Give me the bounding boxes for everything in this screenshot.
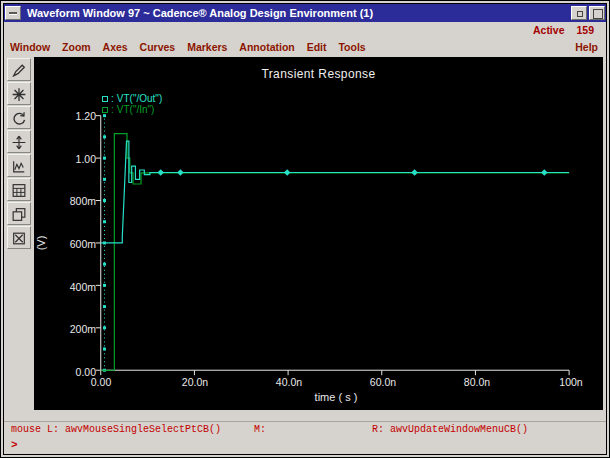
menu-curves[interactable]: Curves	[140, 39, 176, 55]
y-tick-label: 200m	[34, 323, 96, 335]
active-count: 159	[576, 24, 594, 36]
mouse-right-binding: R: awvUpdateWindowMenuCB()	[372, 422, 528, 437]
delete-box-tool-button[interactable]	[7, 226, 31, 249]
probe-icon	[10, 62, 28, 79]
legend-label-out: VT("/Out")	[117, 93, 162, 104]
y-tick-label: 600m	[34, 238, 96, 250]
menu-annotation[interactable]: Annotation	[239, 39, 294, 55]
maximize-button[interactable]	[589, 6, 605, 20]
waveform-window: Waveform Window 97 ~ Cadence® Analog Des…	[0, 0, 610, 458]
x-tick-label: 60.0n	[361, 376, 405, 388]
active-indicator: Active159	[533, 23, 594, 37]
menu-tools[interactable]: Tools	[338, 39, 365, 55]
menu-window[interactable]: Window	[10, 39, 50, 55]
window-menu-button[interactable]	[5, 6, 21, 20]
legend-separator: :	[111, 104, 114, 115]
x-tick-label: 40.0n	[267, 376, 311, 388]
y-tick-label: 400m	[34, 281, 96, 293]
menu-axes[interactable]: Axes	[103, 39, 128, 55]
minimize-button[interactable]	[571, 6, 587, 20]
axes-range-tool-button[interactable]	[7, 130, 31, 153]
legend-item-in[interactable]: : VT("/In")	[102, 104, 162, 115]
maximize-icon	[593, 9, 603, 19]
y-tick-label: 1.20	[34, 110, 96, 122]
strip-plot-tool-button[interactable]	[7, 154, 31, 177]
window-menu-icon	[9, 12, 17, 14]
plot-title: Transient Response	[34, 67, 603, 81]
menubar: Help Window Zoom Axes Curves Markers Ann…	[10, 39, 600, 55]
window-frame: Waveform Window 97 ~ Cadence® Analog Des…	[3, 3, 607, 455]
window-title: Waveform Window 97 ~ Cadence® Analog Des…	[22, 7, 570, 19]
redraw-tool-button[interactable]	[7, 106, 31, 129]
y-tick-label: 800m	[34, 195, 96, 207]
menu-zoom[interactable]: Zoom	[62, 39, 91, 55]
redraw-icon	[10, 110, 28, 127]
main-area: Transient Response : VT("/Out") : VT("/I…	[4, 55, 606, 410]
axes-range-icon	[10, 134, 28, 151]
probe-tool-button[interactable]	[7, 58, 31, 81]
y-tick-label: 1.00	[34, 153, 96, 165]
titlebar[interactable]: Waveform Window 97 ~ Cadence® Analog Des…	[4, 4, 606, 22]
starburst-tool-button[interactable]	[7, 82, 31, 105]
calculator-icon	[10, 182, 28, 199]
legend-separator: :	[111, 93, 114, 104]
prompt-symbol: >	[11, 439, 18, 451]
delete-box-icon	[10, 230, 28, 247]
active-label: Active	[533, 24, 565, 36]
legend-label-in: VT("/In")	[117, 104, 155, 115]
calculator-tool-button[interactable]	[7, 178, 31, 201]
minimize-icon	[577, 11, 583, 17]
series-out-swatch-icon	[102, 96, 108, 102]
status-bar: mouse L: awvMouseSingleSelectPtCB() M: R…	[4, 421, 606, 437]
menu-help[interactable]: Help	[575, 39, 598, 55]
x-tick-label: 80.0n	[455, 376, 499, 388]
x-axis-label: time ( s )	[101, 391, 571, 403]
x-tick-label: 20.0n	[173, 376, 217, 388]
starburst-icon	[10, 86, 28, 103]
menu-edit[interactable]: Edit	[307, 39, 327, 55]
tool-column	[4, 57, 34, 410]
mouse-left-binding: mouse L: awvMouseSingleSelectPtCB()	[11, 422, 221, 437]
command-prompt[interactable]: >	[4, 438, 606, 453]
x-tick-label: 0.00	[79, 376, 123, 388]
strip-plot-icon	[10, 158, 28, 175]
legend-item-out[interactable]: : VT("/Out")	[102, 93, 162, 104]
plot-legend: : VT("/Out") : VT("/In")	[102, 93, 162, 115]
mouse-middle-binding: M:	[254, 422, 266, 437]
plot-canvas[interactable]: Transient Response : VT("/Out") : VT("/I…	[34, 57, 603, 410]
x-tick-label: 100n	[549, 376, 593, 388]
subwindows-tool-button[interactable]	[7, 202, 31, 225]
menu-markers[interactable]: Markers	[187, 39, 227, 55]
subwindows-icon	[10, 206, 28, 223]
series-in-swatch-icon	[102, 107, 108, 113]
